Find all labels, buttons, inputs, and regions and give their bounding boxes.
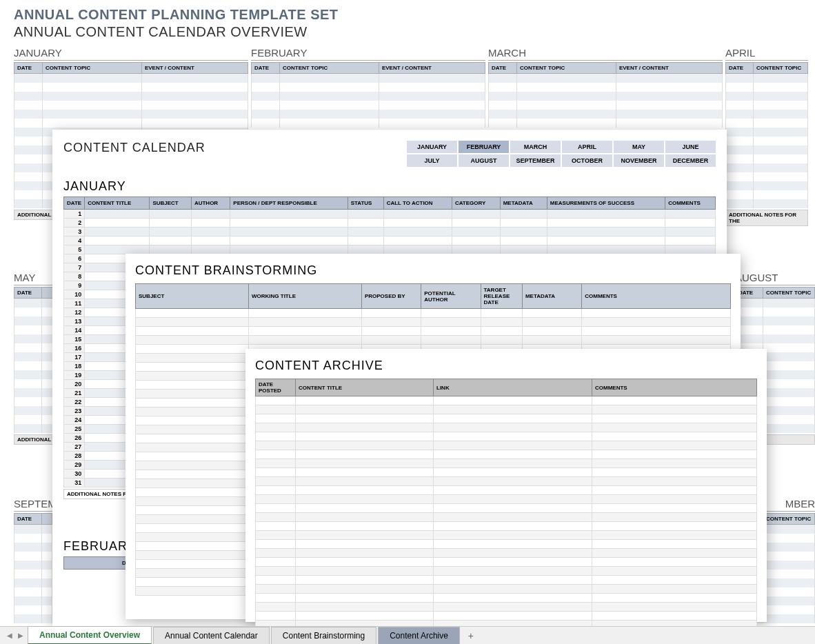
archive-cell[interactable]	[296, 459, 434, 468]
bs-cell[interactable]	[582, 309, 731, 318]
archive-cell[interactable]	[256, 585, 296, 594]
cc-cell[interactable]	[230, 228, 348, 237]
archive-cell[interactable]	[256, 567, 296, 576]
archive-cell[interactable]	[592, 405, 757, 414]
bs-cell[interactable]	[136, 416, 249, 425]
archive-cell[interactable]	[296, 576, 434, 585]
cc-day-cell[interactable]: 2	[64, 219, 85, 228]
archive-cell[interactable]	[434, 549, 592, 558]
archive-cell[interactable]	[434, 414, 592, 423]
archive-cell[interactable]	[434, 585, 592, 594]
archive-cell[interactable]	[592, 513, 757, 522]
archive-cell[interactable]	[592, 612, 757, 621]
bs-cell[interactable]	[136, 407, 249, 416]
archive-cell[interactable]	[256, 558, 296, 567]
cc-cell[interactable]	[191, 237, 230, 245]
cc-cell[interactable]	[665, 219, 716, 228]
tab-brainstorming[interactable]: Content Brainstorming	[271, 627, 376, 645]
bs-cell[interactable]	[421, 327, 481, 336]
cc-day-cell[interactable]: 27	[64, 443, 85, 452]
bs-cell[interactable]	[481, 309, 522, 318]
cc-cell[interactable]	[452, 210, 500, 219]
cc-day-cell[interactable]: 12	[64, 308, 85, 317]
cc-cell[interactable]	[500, 245, 547, 254]
archive-cell[interactable]	[256, 459, 296, 468]
cc-cell[interactable]	[230, 219, 348, 228]
archive-cell[interactable]	[434, 423, 592, 432]
cc-day-cell[interactable]: 23	[64, 407, 85, 416]
archive-cell[interactable]	[592, 477, 757, 486]
archive-cell[interactable]	[434, 612, 592, 621]
cc-cell[interactable]	[348, 237, 383, 245]
cc-day-cell[interactable]: 4	[64, 237, 85, 245]
cc-cell[interactable]	[85, 210, 150, 219]
archive-cell[interactable]	[434, 594, 592, 603]
bs-cell[interactable]	[421, 309, 481, 318]
bs-cell[interactable]	[136, 372, 249, 381]
cc-day-cell[interactable]: 16	[64, 344, 85, 353]
bs-cell[interactable]	[522, 336, 581, 345]
cc-cell[interactable]	[383, 219, 452, 228]
archive-cell[interactable]	[296, 423, 434, 432]
archive-cell[interactable]	[592, 396, 757, 405]
cc-day-cell[interactable]: 10	[64, 290, 85, 299]
cc-cell[interactable]	[665, 245, 716, 254]
archive-cell[interactable]	[256, 405, 296, 414]
month-btn-apr[interactable]: APRIL	[562, 141, 612, 153]
bs-cell[interactable]	[136, 390, 249, 399]
cc-day-cell[interactable]: 22	[64, 398, 85, 407]
archive-cell[interactable]	[592, 486, 757, 495]
bs-cell[interactable]	[582, 327, 731, 336]
archive-cell[interactable]	[592, 468, 757, 477]
bs-cell[interactable]	[136, 497, 249, 506]
cc-cell[interactable]	[500, 228, 547, 237]
archive-cell[interactable]	[592, 450, 757, 459]
archive-cell[interactable]	[296, 567, 434, 576]
cc-cell[interactable]	[348, 210, 383, 219]
bs-cell[interactable]	[421, 318, 481, 327]
month-btn-sep[interactable]: SEPTEMBER	[510, 154, 561, 167]
bs-cell[interactable]	[136, 345, 249, 354]
archive-cell[interactable]	[296, 441, 434, 450]
cc-cell[interactable]	[547, 219, 665, 228]
tab-nav-prev-icon[interactable]: ◀	[4, 630, 15, 642]
archive-cell[interactable]	[434, 495, 592, 504]
bs-cell[interactable]	[361, 318, 421, 327]
cc-cell[interactable]	[85, 237, 150, 245]
month-btn-oct[interactable]: OCTOBER	[562, 154, 612, 167]
tab-annual-overview[interactable]: Annual Content Overview	[28, 626, 152, 644]
bs-cell[interactable]	[136, 443, 249, 452]
cc-day-cell[interactable]: 5	[64, 245, 85, 254]
cc-day-cell[interactable]: 29	[64, 461, 85, 470]
cc-cell[interactable]	[348, 228, 383, 237]
cc-cell[interactable]	[547, 210, 665, 219]
tab-add-button[interactable]: +	[464, 630, 478, 641]
cc-cell[interactable]	[348, 219, 383, 228]
archive-cell[interactable]	[592, 504, 757, 513]
cc-cell[interactable]	[383, 245, 452, 254]
archive-cell[interactable]	[296, 594, 434, 603]
archive-cell[interactable]	[434, 558, 592, 567]
cc-day-cell[interactable]: 13	[64, 317, 85, 326]
archive-cell[interactable]	[256, 612, 296, 621]
archive-cell[interactable]	[256, 531, 296, 540]
cc-day-cell[interactable]: 1	[64, 210, 85, 219]
month-btn-jan[interactable]: JANUARY	[407, 141, 457, 153]
month-btn-dec[interactable]: DECEMBER	[665, 154, 716, 167]
bs-cell[interactable]	[136, 578, 249, 587]
archive-cell[interactable]	[256, 396, 296, 405]
bs-cell[interactable]	[361, 336, 421, 345]
cc-cell[interactable]	[383, 210, 452, 219]
cc-cell[interactable]	[230, 210, 348, 219]
archive-cell[interactable]	[434, 459, 592, 468]
archive-cell[interactable]	[256, 495, 296, 504]
archive-cell[interactable]	[592, 603, 757, 612]
cc-cell[interactable]	[150, 228, 192, 237]
bs-cell[interactable]	[248, 336, 361, 345]
archive-cell[interactable]	[296, 414, 434, 423]
bs-cell[interactable]	[248, 318, 361, 327]
bs-cell[interactable]	[136, 506, 249, 515]
cc-day-cell[interactable]: 30	[64, 470, 85, 479]
cc-day-cell[interactable]: 7	[64, 263, 85, 272]
archive-cell[interactable]	[434, 468, 592, 477]
